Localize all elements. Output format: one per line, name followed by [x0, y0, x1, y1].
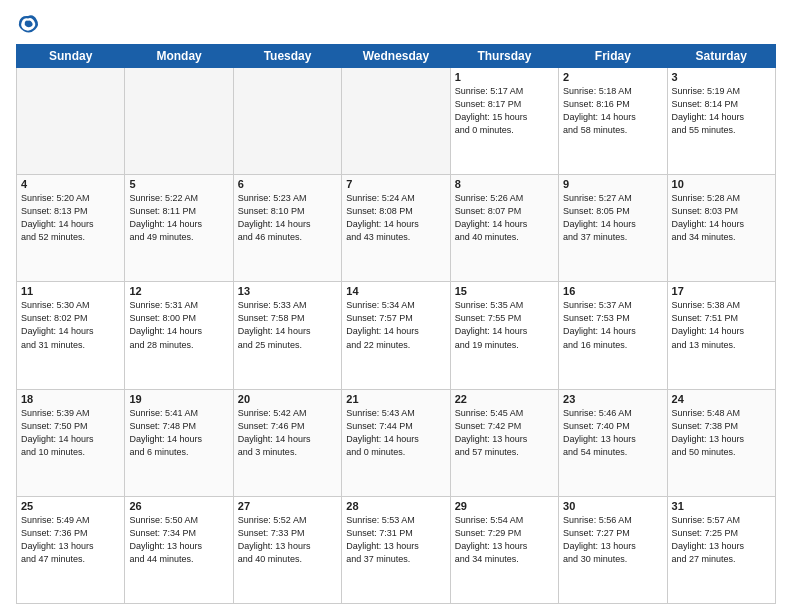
calendar-table: SundayMondayTuesdayWednesdayThursdayFrid…	[16, 44, 776, 604]
day-info: Sunrise: 5:27 AM Sunset: 8:05 PM Dayligh…	[563, 192, 662, 244]
calendar-cell: 18Sunrise: 5:39 AM Sunset: 7:50 PM Dayli…	[17, 389, 125, 496]
header	[16, 12, 776, 36]
day-number: 29	[455, 500, 554, 512]
calendar-cell: 17Sunrise: 5:38 AM Sunset: 7:51 PM Dayli…	[667, 282, 775, 389]
calendar-cell: 2Sunrise: 5:18 AM Sunset: 8:16 PM Daylig…	[559, 68, 667, 175]
calendar-cell: 7Sunrise: 5:24 AM Sunset: 8:08 PM Daylig…	[342, 175, 450, 282]
day-info: Sunrise: 5:35 AM Sunset: 7:55 PM Dayligh…	[455, 299, 554, 351]
day-info: Sunrise: 5:17 AM Sunset: 8:17 PM Dayligh…	[455, 85, 554, 137]
calendar-week-row: 4Sunrise: 5:20 AM Sunset: 8:13 PM Daylig…	[17, 175, 776, 282]
day-info: Sunrise: 5:50 AM Sunset: 7:34 PM Dayligh…	[129, 514, 228, 566]
calendar-cell: 11Sunrise: 5:30 AM Sunset: 8:02 PM Dayli…	[17, 282, 125, 389]
calendar-cell: 10Sunrise: 5:28 AM Sunset: 8:03 PM Dayli…	[667, 175, 775, 282]
day-number: 2	[563, 71, 662, 83]
day-number: 14	[346, 285, 445, 297]
day-info: Sunrise: 5:53 AM Sunset: 7:31 PM Dayligh…	[346, 514, 445, 566]
day-info: Sunrise: 5:24 AM Sunset: 8:08 PM Dayligh…	[346, 192, 445, 244]
calendar-week-row: 1Sunrise: 5:17 AM Sunset: 8:17 PM Daylig…	[17, 68, 776, 175]
calendar-day-header: Wednesday	[342, 45, 450, 68]
day-number: 3	[672, 71, 771, 83]
calendar-cell: 22Sunrise: 5:45 AM Sunset: 7:42 PM Dayli…	[450, 389, 558, 496]
calendar-day-header: Saturday	[667, 45, 775, 68]
day-number: 10	[672, 178, 771, 190]
day-number: 8	[455, 178, 554, 190]
calendar-header-row: SundayMondayTuesdayWednesdayThursdayFrid…	[17, 45, 776, 68]
calendar-cell: 16Sunrise: 5:37 AM Sunset: 7:53 PM Dayli…	[559, 282, 667, 389]
day-number: 31	[672, 500, 771, 512]
calendar-cell: 5Sunrise: 5:22 AM Sunset: 8:11 PM Daylig…	[125, 175, 233, 282]
day-info: Sunrise: 5:30 AM Sunset: 8:02 PM Dayligh…	[21, 299, 120, 351]
day-info: Sunrise: 5:18 AM Sunset: 8:16 PM Dayligh…	[563, 85, 662, 137]
day-info: Sunrise: 5:37 AM Sunset: 7:53 PM Dayligh…	[563, 299, 662, 351]
day-info: Sunrise: 5:34 AM Sunset: 7:57 PM Dayligh…	[346, 299, 445, 351]
day-number: 28	[346, 500, 445, 512]
day-number: 19	[129, 393, 228, 405]
day-info: Sunrise: 5:28 AM Sunset: 8:03 PM Dayligh…	[672, 192, 771, 244]
day-number: 27	[238, 500, 337, 512]
calendar-day-header: Sunday	[17, 45, 125, 68]
day-number: 6	[238, 178, 337, 190]
calendar-cell: 6Sunrise: 5:23 AM Sunset: 8:10 PM Daylig…	[233, 175, 341, 282]
day-number: 16	[563, 285, 662, 297]
day-number: 17	[672, 285, 771, 297]
calendar-cell: 24Sunrise: 5:48 AM Sunset: 7:38 PM Dayli…	[667, 389, 775, 496]
day-number: 23	[563, 393, 662, 405]
day-info: Sunrise: 5:33 AM Sunset: 7:58 PM Dayligh…	[238, 299, 337, 351]
day-info: Sunrise: 5:46 AM Sunset: 7:40 PM Dayligh…	[563, 407, 662, 459]
calendar-cell: 19Sunrise: 5:41 AM Sunset: 7:48 PM Dayli…	[125, 389, 233, 496]
calendar-cell: 1Sunrise: 5:17 AM Sunset: 8:17 PM Daylig…	[450, 68, 558, 175]
day-info: Sunrise: 5:45 AM Sunset: 7:42 PM Dayligh…	[455, 407, 554, 459]
day-info: Sunrise: 5:49 AM Sunset: 7:36 PM Dayligh…	[21, 514, 120, 566]
day-info: Sunrise: 5:52 AM Sunset: 7:33 PM Dayligh…	[238, 514, 337, 566]
day-number: 30	[563, 500, 662, 512]
day-number: 26	[129, 500, 228, 512]
calendar-cell: 9Sunrise: 5:27 AM Sunset: 8:05 PM Daylig…	[559, 175, 667, 282]
calendar-cell: 26Sunrise: 5:50 AM Sunset: 7:34 PM Dayli…	[125, 496, 233, 603]
day-number: 18	[21, 393, 120, 405]
day-number: 7	[346, 178, 445, 190]
calendar-cell: 31Sunrise: 5:57 AM Sunset: 7:25 PM Dayli…	[667, 496, 775, 603]
page: SundayMondayTuesdayWednesdayThursdayFrid…	[0, 0, 792, 612]
day-info: Sunrise: 5:19 AM Sunset: 8:14 PM Dayligh…	[672, 85, 771, 137]
calendar-day-header: Tuesday	[233, 45, 341, 68]
day-number: 15	[455, 285, 554, 297]
calendar-day-header: Monday	[125, 45, 233, 68]
day-number: 24	[672, 393, 771, 405]
day-info: Sunrise: 5:48 AM Sunset: 7:38 PM Dayligh…	[672, 407, 771, 459]
day-info: Sunrise: 5:43 AM Sunset: 7:44 PM Dayligh…	[346, 407, 445, 459]
calendar-cell: 23Sunrise: 5:46 AM Sunset: 7:40 PM Dayli…	[559, 389, 667, 496]
day-info: Sunrise: 5:31 AM Sunset: 8:00 PM Dayligh…	[129, 299, 228, 351]
day-info: Sunrise: 5:26 AM Sunset: 8:07 PM Dayligh…	[455, 192, 554, 244]
day-number: 4	[21, 178, 120, 190]
calendar-cell: 14Sunrise: 5:34 AM Sunset: 7:57 PM Dayli…	[342, 282, 450, 389]
calendar-cell	[125, 68, 233, 175]
calendar-cell: 25Sunrise: 5:49 AM Sunset: 7:36 PM Dayli…	[17, 496, 125, 603]
calendar-week-row: 11Sunrise: 5:30 AM Sunset: 8:02 PM Dayli…	[17, 282, 776, 389]
calendar-cell: 27Sunrise: 5:52 AM Sunset: 7:33 PM Dayli…	[233, 496, 341, 603]
day-number: 22	[455, 393, 554, 405]
calendar-cell: 4Sunrise: 5:20 AM Sunset: 8:13 PM Daylig…	[17, 175, 125, 282]
calendar-week-row: 25Sunrise: 5:49 AM Sunset: 7:36 PM Dayli…	[17, 496, 776, 603]
calendar-day-header: Thursday	[450, 45, 558, 68]
day-number: 20	[238, 393, 337, 405]
day-number: 21	[346, 393, 445, 405]
day-number: 25	[21, 500, 120, 512]
day-info: Sunrise: 5:20 AM Sunset: 8:13 PM Dayligh…	[21, 192, 120, 244]
calendar-cell: 28Sunrise: 5:53 AM Sunset: 7:31 PM Dayli…	[342, 496, 450, 603]
day-number: 5	[129, 178, 228, 190]
calendar-cell: 12Sunrise: 5:31 AM Sunset: 8:00 PM Dayli…	[125, 282, 233, 389]
day-info: Sunrise: 5:39 AM Sunset: 7:50 PM Dayligh…	[21, 407, 120, 459]
day-number: 1	[455, 71, 554, 83]
day-info: Sunrise: 5:38 AM Sunset: 7:51 PM Dayligh…	[672, 299, 771, 351]
calendar-cell: 15Sunrise: 5:35 AM Sunset: 7:55 PM Dayli…	[450, 282, 558, 389]
day-info: Sunrise: 5:41 AM Sunset: 7:48 PM Dayligh…	[129, 407, 228, 459]
calendar-cell: 21Sunrise: 5:43 AM Sunset: 7:44 PM Dayli…	[342, 389, 450, 496]
day-info: Sunrise: 5:22 AM Sunset: 8:11 PM Dayligh…	[129, 192, 228, 244]
calendar-cell	[233, 68, 341, 175]
day-info: Sunrise: 5:23 AM Sunset: 8:10 PM Dayligh…	[238, 192, 337, 244]
calendar-cell: 3Sunrise: 5:19 AM Sunset: 8:14 PM Daylig…	[667, 68, 775, 175]
day-info: Sunrise: 5:42 AM Sunset: 7:46 PM Dayligh…	[238, 407, 337, 459]
day-info: Sunrise: 5:57 AM Sunset: 7:25 PM Dayligh…	[672, 514, 771, 566]
calendar-week-row: 18Sunrise: 5:39 AM Sunset: 7:50 PM Dayli…	[17, 389, 776, 496]
logo-icon	[16, 12, 40, 36]
